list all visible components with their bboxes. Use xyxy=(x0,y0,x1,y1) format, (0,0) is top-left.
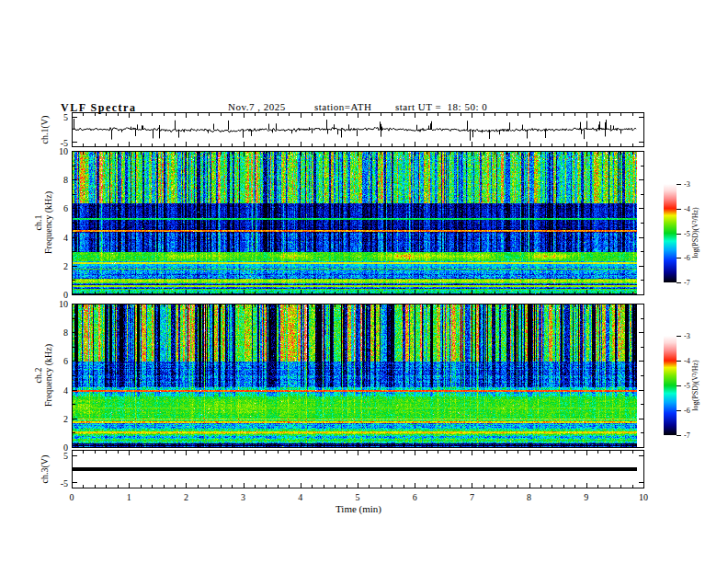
colorbar-tick xyxy=(677,336,681,337)
ch3-voltage-axis-label: ch.3(V) xyxy=(40,455,50,484)
ch2-frequency-axis-label: ch.2 Frequency (kHz) xyxy=(33,344,53,407)
ch1-spectrogram-canvas xyxy=(72,151,644,295)
freq-tick-label: 2 xyxy=(63,260,68,270)
freq-tick-label: 8 xyxy=(63,175,68,185)
x-tick-label: 7 xyxy=(470,492,474,502)
x-tick-label: 4 xyxy=(298,492,302,502)
colorbar-tick-label: -6 xyxy=(684,407,690,415)
ch2-label-line: ch.2 xyxy=(33,344,43,407)
colorbar-tick-label: -3 xyxy=(684,180,690,189)
colorbar-tick xyxy=(677,209,681,210)
colorbar-ch2-label: log(PSD)(V²/Hz) xyxy=(690,360,700,410)
date-label: Nov.7 , 2025 xyxy=(228,101,286,112)
colorbar-tick xyxy=(677,184,681,185)
colorbar-tick xyxy=(677,410,681,411)
colorbar-tick xyxy=(677,435,681,436)
vlf-spectra-figure: VLF Spectra Nov.7 , 2025 station=ATH sta… xyxy=(0,0,728,563)
colorbar-tick-label: -7 xyxy=(684,279,690,287)
ch1-label-line: ch.1 xyxy=(33,191,43,254)
freq-tick-label: 4 xyxy=(63,232,68,242)
ch1-waveform-canvas xyxy=(72,112,644,147)
colorbar-tick xyxy=(677,234,681,235)
colorbar-tick-label: -4 xyxy=(684,357,690,365)
freq-tick-label: 6 xyxy=(63,356,68,366)
frequency-unit-label: Frequency (kHz) xyxy=(43,344,53,407)
start-ut-label: start UT = 18: 50: 0 xyxy=(395,101,487,112)
ch1-voltage-tick-label: 5 xyxy=(63,112,68,122)
x-tick-label: 2 xyxy=(184,492,188,502)
colorbar-tick-label: -3 xyxy=(684,332,690,340)
station-label: station=ATH xyxy=(314,101,371,112)
colorbar-tick xyxy=(677,282,681,283)
colorbar-tick xyxy=(677,258,681,259)
colorbar-ch1 xyxy=(664,184,677,282)
x-tick-label: 5 xyxy=(356,492,360,502)
x-tick-label: 0 xyxy=(70,492,74,502)
freq-tick-label: 4 xyxy=(63,385,68,395)
ch3-voltage-tick-label: -5 xyxy=(61,478,68,488)
freq-tick-label: 8 xyxy=(63,327,68,338)
x-tick-label: 3 xyxy=(241,492,245,502)
x-tick-label: 1 xyxy=(127,492,131,502)
freq-tick-label: 10 xyxy=(59,299,68,309)
freq-tick-label: 6 xyxy=(63,203,68,213)
colorbar-ch1-label: log(PSD)(V²/Hz) xyxy=(690,207,700,258)
freq-tick-label: 2 xyxy=(63,413,68,423)
x-tick-label: 9 xyxy=(584,492,588,502)
time-axis-label: Time (min) xyxy=(336,503,381,514)
colorbar-tick-label: -5 xyxy=(684,382,690,390)
frequency-unit-label: Frequency (kHz) xyxy=(43,191,53,254)
freq-tick-label: 10 xyxy=(59,146,68,156)
colorbar-tick-label: -5 xyxy=(684,229,690,237)
colorbar-tick xyxy=(677,361,681,362)
x-tick-label: 8 xyxy=(527,492,531,502)
ch2-spectrogram-canvas xyxy=(72,304,644,448)
x-tick-label: 10 xyxy=(639,492,648,502)
ch3-voltage-tick-label: 5 xyxy=(63,450,68,460)
colorbar-tick-label: -4 xyxy=(684,204,690,213)
ch3-waveform-canvas xyxy=(72,450,644,488)
x-tick-label: 6 xyxy=(413,492,417,502)
colorbar-ch2 xyxy=(664,336,677,435)
colorbar-tick-label: -6 xyxy=(684,254,690,262)
ch1-frequency-axis-label: ch.1 Frequency (kHz) xyxy=(33,191,53,254)
colorbar-tick-label: -7 xyxy=(684,431,690,440)
colorbar-tick xyxy=(677,385,681,386)
ch1-voltage-axis-label: ch.1(V) xyxy=(40,116,50,144)
